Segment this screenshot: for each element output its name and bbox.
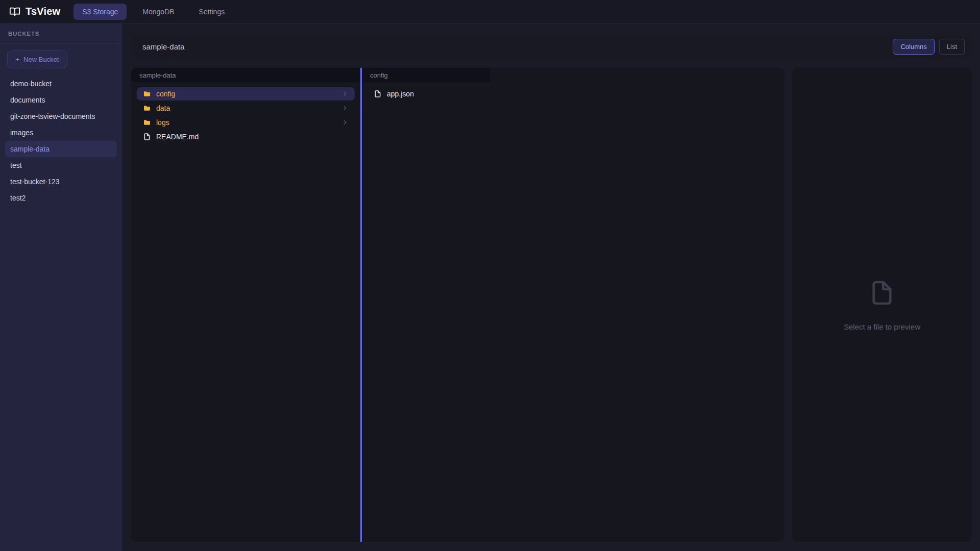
bucket-header-bar: sample-data Columns List [131,35,972,58]
file-entry-README.md[interactable]: README.md [137,130,355,143]
app-brand: TsView [9,6,60,17]
plus-icon: + [16,56,20,63]
app-title: TsView [26,6,60,17]
new-bucket-button[interactable]: + New Bucket [7,51,67,68]
list-view-button[interactable]: List [939,39,965,55]
chevron-right-icon [341,119,349,126]
folder-icon [143,90,151,98]
new-bucket-label: New Bucket [23,56,59,63]
sidebar-bucket-documents[interactable]: documents [5,92,117,108]
sidebar-bucket-images[interactable]: images [5,124,117,141]
column-header: sample-data [131,68,360,83]
top-navbar: TsView S3 Storage MongoDB Settings [0,0,980,23]
file-icon [143,133,151,141]
view-toggle: Columns List [893,39,965,55]
sidebar-bucket-sample-data[interactable]: sample-data [5,141,117,157]
folder-entry-config[interactable]: config [137,87,355,101]
entry-label: app.json [387,90,414,98]
file-column-config: configapp.json [362,68,490,542]
chevron-right-icon [341,90,349,97]
main-area: sample-data Columns List sample-dataconf… [122,23,980,551]
tab-s3-storage[interactable]: S3 Storage [74,4,127,20]
folder-icon [143,118,151,127]
entry-label: README.md [156,133,199,141]
preview-placeholder-text: Select a file to preview [844,322,920,331]
buckets-section-title: BUCKETS [0,23,122,43]
file-preview-panel: Select a file to preview [792,68,972,542]
book-icon [9,6,20,17]
bucket-list: demo-bucketdocumentsgit-zone-tsview-docu… [0,73,122,208]
folder-entry-logs[interactable]: logs [137,116,355,129]
tab-settings[interactable]: Settings [190,4,234,20]
sidebar-bucket-test-bucket-123[interactable]: test-bucket-123 [5,173,117,190]
column-body: app.json [362,83,490,105]
sidebar-bucket-demo-bucket[interactable]: demo-bucket [5,76,117,92]
sidebar-bucket-test[interactable]: test [5,157,117,173]
columns-view-button[interactable]: Columns [893,39,934,55]
nav-tabs: S3 Storage MongoDB Settings [74,4,233,20]
entry-label: logs [156,118,169,127]
file-column-sample-data: sample-dataconfigdatalogsREADME.md [131,68,362,542]
content-panes: sample-dataconfigdatalogsREADME.mdconfig… [131,68,972,542]
column-body: configdatalogsREADME.md [131,83,360,147]
column-header: config [362,68,490,83]
folder-entry-data[interactable]: data [137,102,355,115]
file-entry-app.json[interactable]: app.json [368,87,484,101]
file-icon [374,90,382,98]
file-preview-icon [868,279,896,309]
page-title: sample-data [142,42,185,51]
chevron-right-icon [341,105,349,112]
sidebar-bucket-test2[interactable]: test2 [5,190,117,206]
folder-icon [143,104,151,112]
miller-columns-panel: sample-dataconfigdatalogsREADME.mdconfig… [131,68,785,542]
tab-mongodb[interactable]: MongoDB [134,4,183,20]
sidebar-bucket-git-zone-tsview-documents[interactable]: git-zone-tsview-documents [5,108,117,124]
entry-label: data [156,104,170,112]
entry-label: config [156,90,175,98]
buckets-sidebar: BUCKETS + New Bucket demo-bucketdocument… [0,23,122,551]
